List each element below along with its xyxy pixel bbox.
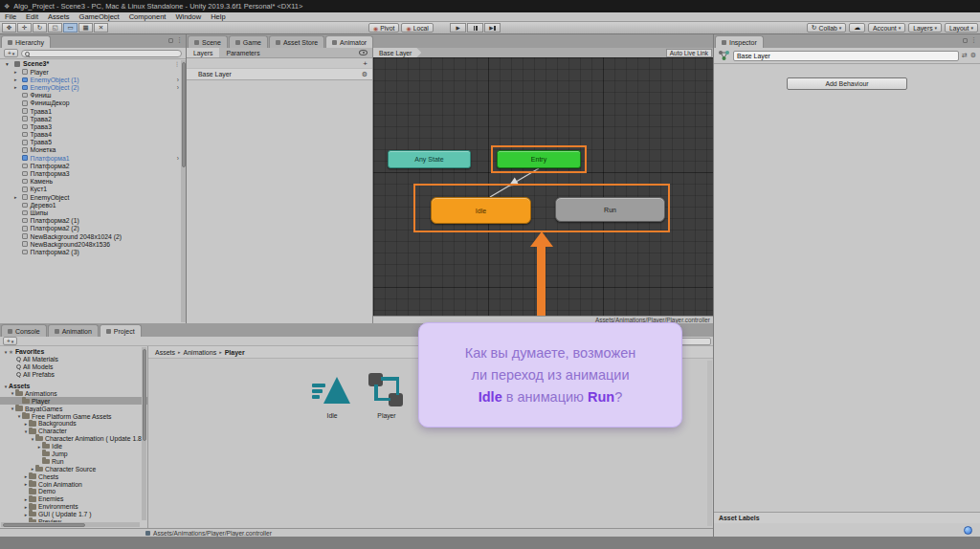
project-tree-item[interactable]: ▾★Favorites [0,348,147,356]
scale-tool[interactable]: ◱ [48,23,62,33]
project-tree-item[interactable]: ▸Coin Animation [0,480,147,488]
project-tree-item[interactable]: Player [0,397,147,405]
breadcrumb-player[interactable]: Player [225,349,245,356]
hand-tool[interactable]: ✥ [2,23,16,33]
transform-tool[interactable]: ▦ [78,23,93,33]
scrollbar-thumb[interactable] [182,62,186,167]
tab-inspector[interactable]: Inspector [715,35,764,48]
layers-dropdown[interactable]: Layers ▾ [908,23,942,33]
hierarchy-item[interactable]: ▸EnemyObject [0,193,186,201]
hierarchy-item[interactable]: Финиш [0,92,186,99]
tab-parameters[interactable]: Parameters [219,48,266,57]
project-tree-item[interactable]: ▸GUI ( Update 1.7 ) [0,511,147,518]
graph-breadcrumb[interactable]: Base Layer [373,48,421,57]
hierarchy-scrollbar[interactable] [181,60,186,322]
project-tree-item[interactable]: ▾Character Animation ( Update 1.8 ) [0,435,147,443]
project-tree-item[interactable]: ▾Assets [0,383,147,390]
hierarchy-item[interactable]: Трава5 [0,139,186,146]
asset-bundle-icon[interactable] [964,526,972,535]
view-tab-scene[interactable]: Scene [188,35,228,48]
expander-icon[interactable]: ▾ [6,61,9,67]
menu-component[interactable]: Component [124,12,171,21]
state-node-idle[interactable]: Idle [431,197,531,224]
project-tree-item[interactable]: ▾Character [0,428,147,435]
expander-icon[interactable]: ▸ [14,69,17,75]
hierarchy-item[interactable]: Трава4 [0,131,186,139]
project-tree-item[interactable]: All Prefabs [0,371,147,379]
hierarchy-item[interactable]: Платформа3 [0,169,186,177]
menu-edit[interactable]: Edit [21,12,43,21]
custom-tool[interactable]: ✕ [94,23,108,33]
project-tree-item[interactable]: ▸Idle [0,443,147,450]
menu-window[interactable]: Window [170,12,206,21]
view-tab-asset-store[interactable]: Asset Store [269,35,324,48]
state-node-any-state[interactable]: Any State [388,150,471,168]
hierarchy-item[interactable]: Платформа2 (2) [0,225,186,232]
hierarchy-item[interactable]: Куст1 [0,186,186,193]
collab-button[interactable]: ↻ Collab ▾ [807,23,847,33]
create-object-button[interactable]: + ▾ [4,49,18,57]
hierarchy-item[interactable]: Платформа2 (1) [0,217,186,225]
hierarchy-item[interactable]: Камень [0,178,186,186]
auto-live-link-button[interactable]: Auto Live Link [666,49,712,57]
project-tree-item[interactable]: Jump [0,450,147,458]
hierarchy-item[interactable]: ▸EnemyObject (2)› [0,83,186,91]
kebab-menu-icon[interactable]: ⋮ [176,36,183,44]
bottom-tab-console[interactable]: Console [1,324,47,337]
menu-gameobject[interactable]: GameObject [75,12,124,21]
bottom-tab-project[interactable]: Project [100,324,142,337]
hierarchy-item[interactable]: Дерево1 [0,201,186,209]
cloud-button[interactable]: ☁ [849,23,865,33]
create-asset-button[interactable]: + ▾ [3,337,17,345]
scrollbar-thumb[interactable] [143,349,146,441]
hierarchy-item[interactable]: Монетка [0,146,186,154]
project-tree-item[interactable]: All Materials [0,356,147,363]
expander-icon[interactable]: ▸ [14,84,17,90]
project-tree-item[interactable]: ▸Chests [0,472,147,480]
scrollbar-thumb[interactable] [3,523,85,527]
hierarchy-item[interactable]: Трава2 [0,115,186,122]
project-tree-item[interactable]: ▸Environments [0,503,147,511]
project-tree-item[interactable]: ▸Enemies [0,495,147,503]
pivot-button[interactable]: ◉ Pivot [368,23,399,33]
tab-hierarchy[interactable]: Hierarchy [1,35,51,48]
bottom-tab-animation[interactable]: Animation [48,324,99,337]
menu-file[interactable]: File [0,12,21,21]
menu-help[interactable]: Help [206,12,230,21]
view-tab-animator[interactable]: Animator [325,35,373,48]
layout-dropdown[interactable]: Layout ▾ [945,23,978,33]
tree-scrollbar[interactable] [142,347,146,520]
add-layer-button[interactable]: + [363,59,368,68]
hierarchy-item[interactable]: ▸EnemyObject (1)› [0,76,186,83]
play-button[interactable]: ▶ [450,23,466,33]
breadcrumb-assets[interactable]: Assets [155,349,175,356]
rotate-tool[interactable]: ↻ [33,23,47,33]
gear-icon[interactable]: ⚙ [362,71,372,78]
hierarchy-item[interactable]: NewBackground2048x1536 [0,240,186,248]
hierarchy-item[interactable]: Платформа2 (3) [0,248,186,255]
hierarchy-item[interactable]: ФинишДекор [0,99,186,107]
lock-icon[interactable] [963,38,968,43]
project-tree-item[interactable]: All Models [0,363,147,371]
project-tree-item[interactable]: Run [0,457,147,465]
add-behaviour-button[interactable]: Add Behaviour [787,77,907,90]
layer-row-base-layer[interactable]: Base Layer ⚙ [187,69,372,80]
lock-icon[interactable] [168,38,173,43]
hierarchy-item[interactable]: NewBackground 2048x1024 (2) [0,232,186,240]
local-button[interactable]: ◉ Local [401,23,434,33]
hierarchy-item[interactable]: Платформа1› [0,154,186,162]
menu-assets[interactable]: Assets [43,12,75,21]
view-tab-game[interactable]: Game [229,35,268,48]
asset-labels-section[interactable]: Asset Labels [714,512,980,523]
state-node-run[interactable]: Run [555,197,665,222]
project-tree-item[interactable]: ▸Backgrounds [0,420,147,428]
step-button[interactable]: ▶ [484,23,501,33]
account-button[interactable]: Account ▾ [868,23,905,33]
project-tree-item[interactable]: Demo [0,488,147,495]
project-tree-item[interactable]: ▾Free Platform Game Assets [0,412,147,420]
content-scrollbar[interactable] [707,361,712,526]
expander-icon[interactable]: ▸ [14,77,17,82]
pause-button[interactable] [467,23,483,33]
asset-item-idle[interactable]: Idle [305,372,359,419]
state-node-entry[interactable]: Entry [497,150,581,168]
